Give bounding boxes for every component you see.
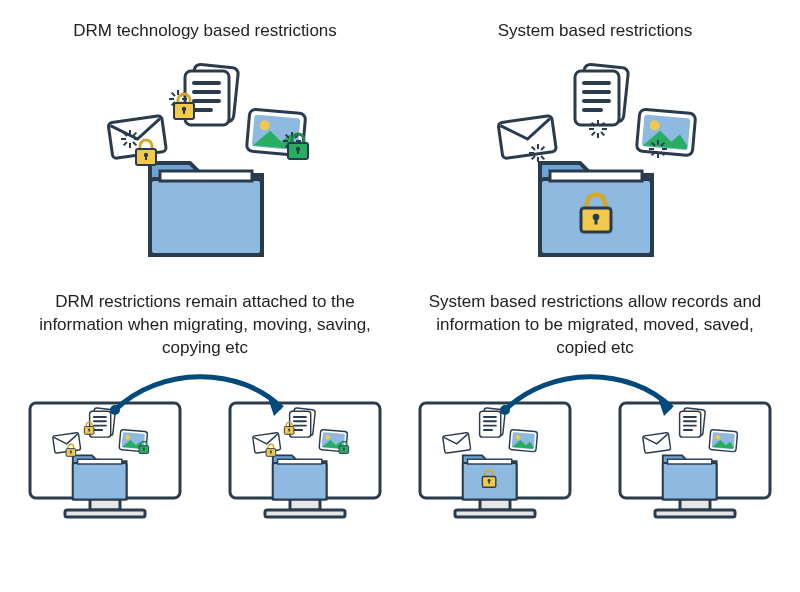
illustration-system-monitors [410,368,780,528]
panel-system-top: System based restrictions [410,20,780,261]
svg-rect-27 [150,179,262,255]
envelope-icon [498,115,556,158]
illustration-drm-monitors [20,368,390,528]
svg-rect-28 [160,171,252,181]
svg-point-34 [110,405,120,415]
svg-point-40 [500,405,510,415]
illustration-drm-folder [80,51,330,261]
spark-icon [589,120,607,138]
document-icon [575,64,629,125]
svg-rect-30 [550,171,642,181]
title-system-top: System based restrictions [498,20,693,43]
folder-icon [150,163,262,255]
panel-drm-bottom: DRM restrictions remain attached to the … [20,291,390,528]
panel-drm-top: DRM technology based restrictions [20,20,390,261]
title-drm-top: DRM technology based restrictions [73,20,337,43]
panel-system-bottom: System based restrictions allow records … [410,291,780,528]
title-drm-bottom: DRM restrictions remain attached to the … [20,291,390,360]
title-system-bottom: System based restrictions allow records … [410,291,780,360]
illustration-system-folder [470,51,720,261]
